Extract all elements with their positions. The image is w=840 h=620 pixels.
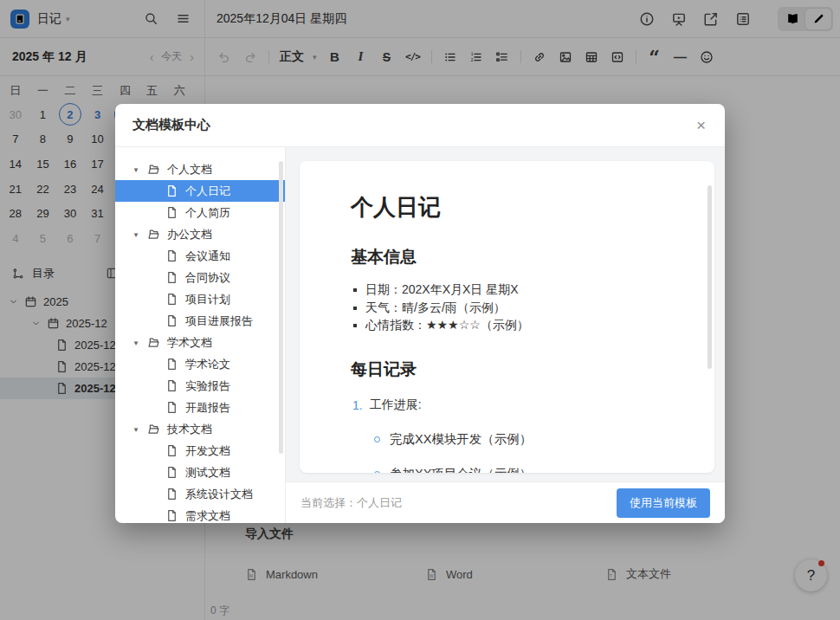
ordered-number: 1.: [352, 398, 363, 412]
template-item-label: 合同协议: [185, 270, 230, 286]
template-item-label: 开发文档: [185, 443, 230, 459]
template-item[interactable]: 系统设计文档: [115, 483, 285, 505]
preview-sub-item: 参加XX项目会议（示例）: [374, 466, 680, 474]
bullet-marker: [353, 324, 357, 327]
preview-bullet-item: 日期：202X年X月X日 星期X: [351, 281, 680, 300]
template-item[interactable]: 实验报告: [115, 375, 285, 397]
current-selection-label: 当前选择：个人日记: [300, 495, 402, 511]
template-preview-card: 个人日记 基本信息 日期：202X年X月X日 星期X天气：晴/多云/雨（示例）心…: [300, 161, 714, 473]
document-icon: [165, 466, 178, 479]
template-item-label: 需求文档: [185, 508, 230, 524]
template-tree: ▾个人文档个人日记个人简历▾办公文档会议通知合同协议项目计划项目进展报告▾学术文…: [115, 147, 286, 523]
folder-icon: [147, 228, 160, 241]
preview-sub-list: 完成XX模块开发（示例）参加XX项目会议（示例）: [351, 431, 680, 474]
template-item-label: 个人日记: [185, 184, 230, 199]
document-icon: [165, 509, 178, 522]
preview-section2-heading: 每日记录: [351, 358, 680, 381]
template-folder-label: 技术文档: [167, 422, 212, 437]
caret-down-icon: ▾: [132, 230, 140, 239]
document-icon: [165, 271, 178, 284]
preview-title: 个人日记: [351, 192, 680, 223]
template-folder[interactable]: ▾技术文档: [115, 418, 285, 440]
template-item[interactable]: 学术论文: [115, 353, 285, 375]
template-item[interactable]: 测试文档: [115, 462, 285, 483]
template-item-label: 系统设计文档: [185, 487, 253, 502]
template-item[interactable]: 开题报告: [115, 397, 285, 418]
bullet-marker: [353, 288, 357, 292]
caret-down-icon: ▾: [132, 425, 140, 434]
document-icon: [165, 488, 178, 501]
template-folder-label: 个人文档: [167, 162, 212, 178]
bullet-text: 日期：202X年X月X日 星期X: [365, 282, 519, 298]
document-icon: [165, 314, 178, 327]
template-item[interactable]: 开发文档: [115, 440, 285, 462]
template-item-label: 项目进展报告: [185, 313, 253, 329]
modal-header: 文档模板中心 ×: [115, 104, 725, 147]
circle-marker: [374, 436, 380, 442]
caret-down-icon: ▾: [132, 339, 140, 347]
preview-ordered-item: 1. 工作进展:: [351, 397, 680, 413]
template-item[interactable]: 个人日记: [115, 180, 285, 202]
preview-scrollbar[interactable]: [708, 185, 712, 369]
sub-bullet-text: 参加XX项目会议（示例）: [390, 466, 532, 474]
preview-section1-heading: 基本信息: [351, 246, 680, 268]
modal-body: ▾个人文档个人日记个人简历▾办公文档会议通知合同协议项目计划项目进展报告▾学术文…: [115, 147, 725, 523]
bullet-text: 心情指数：★★★☆☆（示例）: [365, 318, 529, 333]
document-icon: [165, 184, 178, 197]
template-folder-label: 学术文档: [167, 335, 212, 351]
sub-bullet-text: 完成XX模块开发（示例）: [390, 431, 532, 448]
bullet-marker: [353, 307, 357, 310]
circle-marker: [374, 471, 380, 474]
template-item-label: 会议通知: [185, 249, 230, 264]
template-item[interactable]: 项目进展报告: [115, 310, 285, 332]
template-preview-column: 个人日记 基本信息 日期：202X年X月X日 星期X天气：晴/多云/雨（示例）心…: [286, 147, 725, 523]
preview-bullet-item: 天气：晴/多云/雨（示例）: [351, 300, 680, 318]
preview-bullet-item: 心情指数：★★★☆☆（示例）: [351, 317, 680, 335]
template-folder-label: 办公文档: [167, 227, 212, 242]
template-item[interactable]: 需求文档: [115, 505, 285, 523]
template-item-label: 测试文档: [185, 465, 230, 481]
caret-down-icon: ▾: [132, 165, 140, 174]
use-template-button[interactable]: 使用当前模板: [617, 488, 710, 518]
folder-icon: [147, 336, 160, 349]
template-item-label: 实验报告: [185, 378, 230, 394]
document-icon: [165, 206, 178, 219]
template-item[interactable]: 会议通知: [115, 245, 285, 267]
document-icon: [165, 401, 178, 414]
document-icon: [165, 358, 178, 371]
template-item-label: 开题报告: [185, 400, 230, 416]
template-folder[interactable]: ▾学术文档: [115, 332, 285, 353]
template-item[interactable]: 项目计划: [115, 288, 285, 310]
modal-title: 文档模板中心: [132, 117, 210, 133]
template-folder[interactable]: ▾办公文档: [115, 223, 285, 245]
folder-icon: [147, 163, 160, 176]
template-center-modal: 文档模板中心 × ▾个人文档个人日记个人简历▾办公文档会议通知合同协议项目计划项…: [115, 104, 725, 523]
template-item-label: 个人简历: [185, 205, 230, 221]
preview-sub-item: 完成XX模块开发（示例）: [374, 431, 680, 448]
template-item[interactable]: 个人简历: [115, 202, 285, 223]
bullet-text: 天气：晴/多云/雨（示例）: [365, 300, 506, 316]
modal-footer: 当前选择：个人日记 使用当前模板: [286, 481, 725, 523]
document-icon: [165, 379, 178, 392]
template-item-label: 学术论文: [185, 357, 230, 372]
preview-bullet-list: 日期：202X年X月X日 星期X天气：晴/多云/雨（示例）心情指数：★★★☆☆（…: [351, 281, 680, 335]
template-item-label: 项目计划: [185, 292, 230, 307]
ordered-text: 工作进展:: [370, 397, 422, 413]
document-icon: [165, 249, 178, 262]
document-icon: [165, 293, 178, 306]
template-folder[interactable]: ▾个人文档: [115, 158, 285, 180]
tree-scrollbar[interactable]: [279, 161, 283, 454]
document-icon: [165, 444, 178, 457]
close-icon[interactable]: ×: [696, 116, 706, 135]
template-item[interactable]: 合同协议: [115, 267, 285, 288]
preview-wrap: 个人日记 基本信息 日期：202X年X月X日 星期X天气：晴/多云/雨（示例）心…: [286, 147, 725, 481]
folder-icon: [147, 423, 160, 436]
